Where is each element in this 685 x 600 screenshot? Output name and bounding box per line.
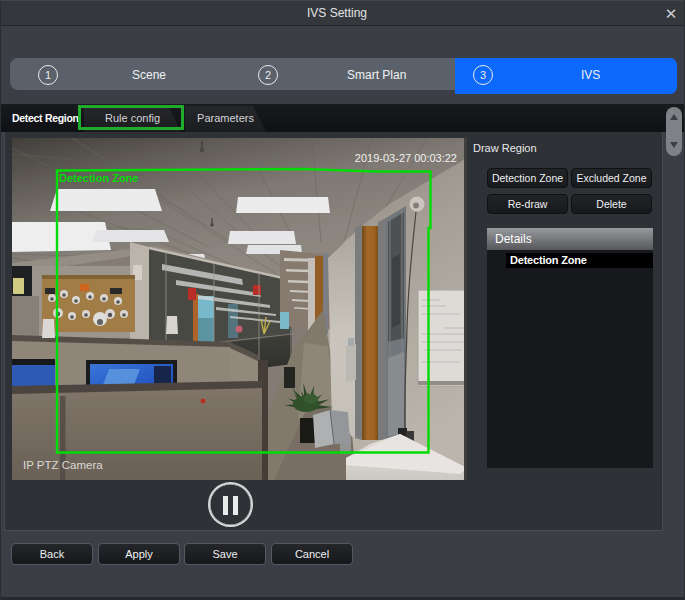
svg-text:IP PTZ Camera: IP PTZ Camera [23, 459, 103, 471]
svg-text:Detection Zone: Detection Zone [59, 172, 138, 184]
svg-text:2019-03-27 00:03:22: 2019-03-27 00:03:22 [355, 152, 457, 164]
